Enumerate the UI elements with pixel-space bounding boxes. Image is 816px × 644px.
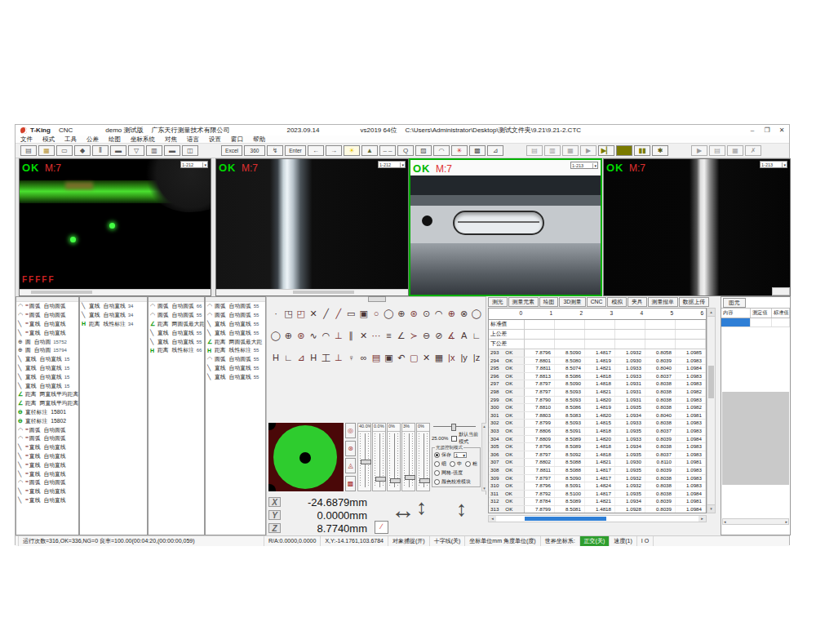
measure-item[interactable]: ◠***圆弧自动圆弧 (16, 425, 78, 434)
measure-item[interactable]: ╲直线自动直线55 (149, 337, 204, 346)
camera-4-selector[interactable]: 1-213▾ (760, 161, 787, 168)
palette-tool-icon[interactable]: ▢ (408, 353, 419, 365)
arrow-right-button[interactable]: → (326, 145, 342, 156)
measure-item[interactable]: ⊕圆自动圆15794 (16, 346, 78, 355)
panel-handle[interactable] (368, 296, 386, 302)
measure-item[interactable]: ╲直线自动直线15 (16, 372, 78, 381)
measure-item[interactable]: ◠***圆弧自动圆弧 (16, 478, 78, 487)
levels-tool-button[interactable]: ▥ (146, 145, 162, 156)
camera-view-1[interactable]: OK M:7 1-212▾ FFFFF (19, 158, 211, 296)
measure-item[interactable]: ╲***直线自动直线 (16, 328, 78, 337)
jog-y-arrows[interactable]: ↕ (416, 495, 427, 520)
measure-item[interactable]: ◠圆弧自动圆弧55 (206, 355, 265, 364)
pattern-button[interactable]: ▨ (415, 145, 432, 156)
grid-vscrollbar[interactable]: ▴ ▾ (707, 308, 716, 513)
close-button[interactable]: ✕ (774, 127, 789, 134)
camera-3-selector[interactable]: 1-213▾ (570, 162, 598, 169)
result-row[interactable]: 303OK7.88068.50911.48181.09350.80371.098… (489, 428, 706, 436)
result-row[interactable]: 300OK7.88108.50861.48191.09350.80381.098… (489, 404, 706, 412)
palette-tool-icon[interactable]: ∞ (358, 353, 370, 365)
light-preset-button[interactable]: ◎ (345, 423, 356, 438)
measure-item[interactable]: ◠圆弧自动圆弧66 (149, 302, 204, 311)
palette-tool-icon[interactable]: A (459, 331, 470, 341)
palette-tool-icon[interactable]: ≻ (408, 331, 419, 341)
measure-item[interactable]: ╲直线自动直线55 (206, 372, 265, 381)
measure-item[interactable]: ∠距离两直线平均距离 (16, 399, 78, 408)
measure-item[interactable]: ╲***直线自动直线 (16, 320, 78, 329)
light-preset-button[interactable]: ▩ (345, 476, 356, 491)
camera-view-3-selected[interactable]: OK M:7 1-213▾ (409, 158, 602, 296)
folder-button[interactable]: ▦ (562, 145, 579, 156)
palette-tool-icon[interactable]: ⊖ (421, 331, 432, 341)
save-button[interactable]: ▤ (20, 145, 37, 156)
result-row[interactable]: 301OK7.88038.50831.48201.09340.80401.098… (489, 412, 706, 420)
chart-button[interactable]: ⊿ (487, 145, 503, 156)
default-mode-checkbox[interactable] (451, 436, 457, 442)
laser-button[interactable]: ✳ (451, 145, 468, 156)
camera-view-4[interactable]: OK M:7 1-213▾ (603, 158, 791, 296)
result-row[interactable]: 296OK7.88138.50861.48181.09330.80371.098… (489, 373, 706, 381)
scroll-down-icon[interactable]: ▾ (707, 504, 715, 513)
probe-tool-button[interactable]: ◆ (74, 145, 91, 156)
grid-hscrollbar[interactable]: ◂ ▸ (488, 515, 707, 522)
play2-button[interactable]: ▶ (691, 145, 707, 156)
select-tool-button[interactable]: ▭ (56, 145, 73, 156)
menu-item[interactable]: 对焦 (160, 135, 182, 144)
menu-item[interactable]: 模式 (38, 135, 60, 144)
palette-tool-icon[interactable]: ✕ (308, 309, 319, 319)
palette-tool-icon[interactable]: ╱ (321, 309, 332, 319)
tab-测量报单[interactable]: 测量报单 (648, 297, 678, 307)
palette-tool-icon[interactable]: ⊛ (408, 309, 419, 319)
menu-item[interactable]: 帮助 (248, 135, 270, 144)
light-channel-slider[interactable]: 0.0% (372, 423, 386, 491)
palette-tool-icon[interactable]: ≡ (383, 331, 394, 341)
ortho-toggle[interactable]: 正交(关) (580, 536, 610, 546)
result-row[interactable]: 294OK7.88018.50801.48191.09300.80391.098… (489, 358, 706, 366)
measure-item[interactable]: ╲直线自动直线55 (206, 364, 265, 373)
palette-tool-icon[interactable]: ⊥ (333, 331, 344, 341)
tab-测量元素[interactable]: 测量元素 (508, 297, 539, 307)
result-row[interactable]: 312OK7.87848.50891.48211.09340.80391.098… (489, 498, 706, 506)
measure-item[interactable]: ╲直线自动直线15 (16, 355, 78, 364)
ring-light-control[interactable] (268, 423, 344, 491)
result-row[interactable]: 295OK7.88118.50741.48211.09330.80401.098… (489, 365, 706, 373)
maximize-button[interactable]: ❐ (760, 127, 774, 134)
save2-button[interactable]: ▤ (709, 145, 725, 156)
measure-item[interactable]: ⊖直径标注15802 (16, 416, 78, 425)
measure-item[interactable]: ╲***直线自动直线 (16, 487, 78, 496)
palette-tool-icon[interactable]: ∟ (282, 353, 294, 365)
result-row[interactable]: 306OK7.87978.50921.48181.09350.80371.098… (489, 451, 706, 460)
tab-绘图[interactable]: 绘图 (539, 297, 559, 307)
measure-item[interactable]: ◠圆弧自动圆弧55 (206, 311, 265, 320)
palette-tool-icon[interactable]: ▤ (370, 353, 382, 365)
measure-item[interactable]: H距离线性标注34 (80, 320, 147, 329)
menu-item[interactable]: 语言 (182, 135, 204, 144)
element-hscrollbar[interactable]: ◂▸ (722, 518, 789, 525)
palette-tool-icon[interactable]: ▣ (358, 309, 370, 319)
menu-item[interactable]: 设置 (204, 135, 226, 144)
measure-item[interactable]: H距离线性标注55 (206, 346, 265, 355)
lasso-button[interactable]: ◠ (433, 145, 450, 156)
scroll-up-icon[interactable]: ▴ (707, 309, 715, 317)
shield-tool-button[interactable]: ▽ (128, 145, 144, 156)
palette-tool-icon[interactable]: H (270, 353, 282, 365)
grid-intensity-radio[interactable] (434, 470, 440, 476)
measure-item[interactable]: ╲***直线自动直线 (16, 443, 78, 452)
excel-export-button[interactable]: Excel (221, 145, 242, 156)
result-row[interactable]: 309OK7.87978.50901.48171.09320.80381.098… (489, 475, 706, 483)
menu-item[interactable]: 绘图 (104, 135, 126, 144)
palette-tool-icon[interactable]: ◳ (282, 309, 294, 319)
jog-z-arrows[interactable]: ↕ (456, 496, 467, 522)
zoom-slider[interactable] (432, 423, 481, 429)
result-row[interactable]: 298OK7.87978.50931.48211.09310.80381.098… (489, 389, 706, 397)
palette-tool-icon[interactable]: ⊕ (396, 309, 407, 319)
play-button[interactable]: ▶ (580, 145, 596, 156)
camera-2-hscrollbar[interactable] (216, 289, 408, 295)
palette-tool-icon[interactable]: ∟ (471, 331, 482, 341)
light-channel-slider[interactable]: 0% (416, 423, 430, 491)
camera-view-2[interactable]: OK M:7 1-212▾ (215, 158, 409, 296)
dash-button[interactable]: – – (379, 145, 396, 156)
camera-1-hscrollbar[interactable] (20, 289, 211, 295)
enter-button[interactable]: Enter (285, 145, 306, 156)
light-channel-slider[interactable]: 3% (401, 423, 415, 491)
